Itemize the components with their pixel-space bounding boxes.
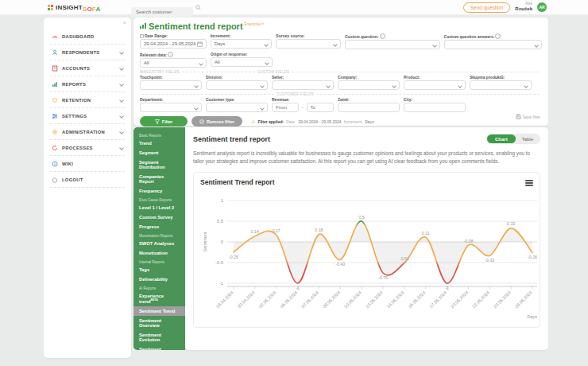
point-label: -1: [296, 285, 300, 290]
relevant-data-select[interactable]: All: [140, 58, 207, 68]
nav-item-segment[interactable]: Segment: [133, 148, 185, 158]
nav-item-level-1-level-2[interactable]: Level 1 / Level 2: [133, 203, 185, 212]
chevron-down-icon: [194, 106, 199, 111]
x-axis-title: Days: [527, 314, 537, 319]
nav-item-swot-analyses[interactable]: SWOT Analyses: [133, 239, 185, 248]
nav-item-tags[interactable]: Tags: [133, 265, 185, 274]
calendar-icon: [197, 41, 203, 47]
send-question-button[interactable]: Send question: [463, 2, 511, 13]
point-label: -0.08: [464, 238, 474, 243]
chevron-down-icon: [260, 106, 265, 111]
chevron-down-icon: [119, 114, 124, 119]
company-select[interactable]: [338, 80, 400, 90]
division-label: Division:: [206, 75, 268, 80]
sidebar-item-accounts[interactable]: ACCOUNTS: [50, 60, 125, 76]
search-box: [131, 2, 203, 12]
info-icon: i: [380, 33, 385, 39]
point-label: 0.11: [422, 230, 430, 235]
save-icon: [516, 114, 521, 119]
beta-badge: BETA: [151, 298, 158, 302]
origin-of-response-select[interactable]: All: [211, 57, 273, 67]
y-tick-label: 1: [221, 198, 223, 203]
country-input[interactable]: [342, 105, 396, 110]
x-tick-label: 02.05.2024: [257, 290, 277, 309]
chart-card: Sentiment Trend report 10.50-0.5-129.04.…: [193, 172, 540, 328]
revenue-to-wrap: [307, 103, 334, 112]
nav-item-progress[interactable]: Progress: [133, 222, 185, 232]
sidebar-item-respondents[interactable]: RESPONDENTS: [50, 45, 125, 60]
sidebar-item-administration[interactable]: ADMINISTRATION: [50, 124, 125, 140]
point-label: 0.14: [251, 229, 259, 234]
report-icon: [140, 23, 146, 29]
sidebar-item-logout[interactable]: LOGOUT: [50, 172, 125, 188]
date-range-input[interactable]: 29.04.2024 - 29.05.2024: [140, 39, 207, 49]
save-filter-button[interactable]: Save filter: [516, 114, 540, 119]
nav-item-experience-trend[interactable]: Experience trendBETA: [133, 291, 185, 306]
avatar[interactable]: AR: [537, 2, 547, 12]
user-last-name: Rouček: [515, 6, 532, 12]
nav-item-monetisation[interactable]: Monetisation: [133, 248, 185, 258]
y-axis-title: Sentiment: [203, 232, 207, 251]
nav-item-trend[interactable]: Trend: [133, 138, 185, 148]
nav-item-segment-distribution[interactable]: Segment Distribution: [133, 158, 185, 172]
app-logo[interactable]: INSIGHTSOFA: [48, 0, 100, 14]
sidebar-item-reports[interactable]: REPORTS: [50, 76, 125, 92]
nav-group-header: Internal Reports: [133, 258, 185, 265]
chevron-down-icon: [458, 84, 462, 88]
nav-item-sentiment-evolution[interactable]: Sentiment Evolution: [133, 330, 185, 345]
touchpoint-select[interactable]: [140, 80, 202, 90]
chart-toggle-button[interactable]: Chart: [487, 134, 516, 143]
nav-item-sentiment-segment[interactable]: Sentiment Segment: [133, 345, 185, 350]
chevron-down-icon: [119, 66, 124, 71]
table-toggle-button[interactable]: Table: [516, 134, 540, 143]
point-label: -1: [445, 285, 449, 290]
warning-icon: ⚠: [251, 119, 255, 124]
increment-select[interactable]: Days: [211, 39, 273, 49]
sidebar-item-processes[interactable]: PROCESSES: [50, 140, 125, 156]
revenue-from-input[interactable]: [276, 105, 295, 110]
search-icon: [195, 5, 201, 10]
nav-item-custom-survey[interactable]: Custom Survey: [133, 212, 185, 222]
seller-select[interactable]: [272, 80, 334, 90]
sidebar-item-retention[interactable]: RETENTION: [50, 92, 125, 108]
product-group-select[interactable]: [470, 80, 532, 90]
revenue-from-wrap: [272, 103, 299, 112]
sidebar-item-dashboard[interactable]: DASHBOARD: [50, 29, 125, 45]
chevron-down-icon: [119, 146, 124, 150]
custom-question-answers-select[interactable]: [444, 40, 542, 49]
revenue-to-input[interactable]: [311, 105, 330, 110]
seller-label: Seller:: [272, 75, 334, 80]
city-label: City:: [404, 97, 466, 102]
x-tick-label: 30.04.2024: [237, 290, 256, 309]
nav-item-sentiment-overview[interactable]: Sentiment Overview: [133, 316, 185, 330]
sidebar-item-label: ADMINISTRATION: [62, 130, 120, 134]
nav-item-frequency[interactable]: Frequency: [133, 186, 185, 196]
nav-item-deliverability[interactable]: Deliverability: [133, 274, 185, 284]
chart-context-menu-button[interactable]: [525, 179, 533, 188]
x-tick-label: 16.05.2024: [407, 290, 426, 309]
x-tick-label: 14.05.2024: [386, 290, 405, 309]
page-title-row: Sentiment trend report Enterprise™: [140, 21, 542, 31]
sidebar-item-settings[interactable]: SETTINGS: [50, 108, 125, 124]
sidebar-collapse-icon[interactable]: «: [123, 20, 126, 25]
x-tick-label: 22.05.2024: [471, 290, 490, 309]
sidebar-item-wiki[interactable]: WIKI: [50, 156, 125, 172]
customer-type-select[interactable]: [206, 103, 268, 112]
department-select[interactable]: [140, 103, 202, 112]
custom-question-select[interactable]: [345, 40, 440, 49]
city-input-wrap: [404, 103, 466, 112]
product-select[interactable]: [404, 80, 466, 90]
nav-group-header: Root-Cause Reports: [133, 196, 185, 203]
survey-source-select[interactable]: [276, 39, 341, 49]
point-label: -0.26: [528, 255, 537, 259]
company-label: Company:: [338, 75, 400, 80]
search-input[interactable]: [131, 7, 193, 17]
chevron-down-icon: [199, 61, 203, 66]
division-select[interactable]: [206, 80, 268, 90]
filter-button[interactable]: Filter: [140, 116, 188, 127]
nav-item-companies-report[interactable]: Companies Report: [133, 172, 185, 186]
date-range-label: Date Range:: [140, 33, 207, 38]
nav-item-sentiment-trend[interactable]: Sentiment Trend: [133, 306, 185, 316]
city-input[interactable]: [408, 105, 462, 110]
remove-filter-button[interactable]: Remove filter: [191, 116, 242, 127]
